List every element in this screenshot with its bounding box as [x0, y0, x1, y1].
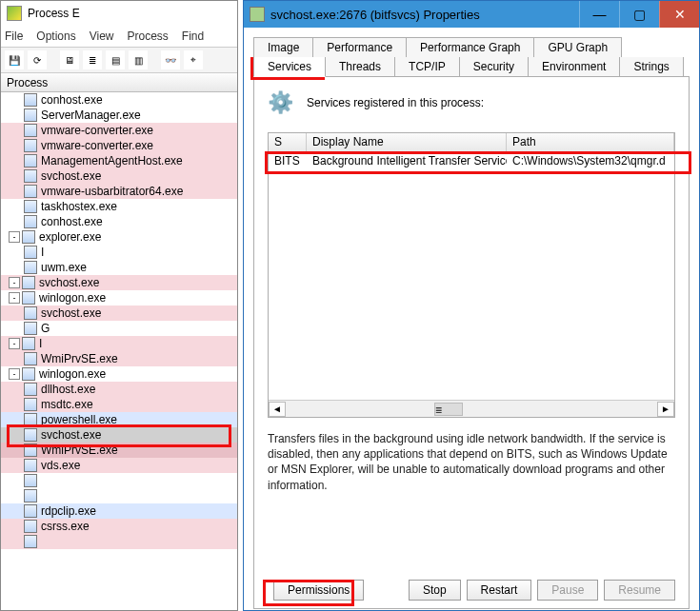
tab-performance[interactable]: Performance: [312, 37, 407, 57]
col-service[interactable]: S: [269, 133, 307, 151]
target-icon[interactable]: ⌖: [184, 50, 203, 69]
process-row[interactable]: WmiPrvSE.exe: [1, 351, 237, 366]
service-description: Transfers files in the background using …: [268, 431, 675, 493]
process-row[interactable]: svchost.exe: [1, 427, 237, 443]
collapse-icon[interactable]: -: [9, 338, 20, 349]
scroll-right-button[interactable]: ►: [657, 402, 674, 417]
process-row[interactable]: -svchost.exe: [1, 275, 237, 290]
tab-image[interactable]: Image: [253, 37, 313, 57]
refresh-icon[interactable]: ⟳: [28, 50, 47, 69]
process-row[interactable]: -explorer.exe: [1, 229, 237, 245]
col-displayname[interactable]: Display Name: [307, 133, 507, 151]
scroll-left-button[interactable]: ◄: [269, 402, 286, 417]
process-name: WmiPrvSE.exe: [41, 443, 118, 457]
tab-gpu-graph[interactable]: GPU Graph: [533, 37, 622, 57]
menu-options[interactable]: Options: [36, 30, 75, 43]
services-list[interactable]: S Display Name Path BITS Background Inte…: [268, 132, 675, 418]
scroll-track[interactable]: ≡: [286, 402, 657, 417]
process-row[interactable]: uwm.exe: [1, 260, 237, 275]
process-row[interactable]: [1, 534, 237, 549]
process-row[interactable]: vmware-converter.exe: [1, 138, 237, 153]
tab-security[interactable]: Security: [459, 57, 529, 76]
stack-icon[interactable]: ▥: [129, 50, 148, 69]
col-path[interactable]: Path: [507, 133, 674, 151]
process-row[interactable]: [1, 473, 237, 488]
process-icon: [24, 261, 37, 274]
tab-tcpip[interactable]: TCP/IP: [394, 57, 460, 76]
process-row[interactable]: svchost.exe: [1, 168, 237, 184]
process-row[interactable]: vmware-usbarbitrator64.exe: [1, 184, 237, 199]
gear-icon: ⚙️: [268, 90, 293, 115]
process-row[interactable]: G: [1, 321, 237, 336]
process-row[interactable]: vmware-converter.exe: [1, 123, 237, 138]
graph-icon[interactable]: ▤: [106, 50, 125, 69]
dialog-buttons: Permissions Stop Restart Pause Resume: [268, 580, 675, 601]
minimize-button[interactable]: —: [579, 1, 619, 28]
system-icon[interactable]: 🖥: [60, 50, 79, 69]
process-name: uwm.exe: [41, 261, 87, 274]
restart-button[interactable]: Restart: [467, 580, 532, 601]
close-button[interactable]: ✕: [659, 1, 699, 28]
process-name: vmware-converter.exe: [41, 124, 153, 137]
process-icon: [24, 443, 37, 457]
process-name: dllhost.exe: [41, 383, 95, 396]
pause-button[interactable]: Pause: [537, 580, 598, 601]
maximize-button[interactable]: ▢: [619, 1, 659, 28]
pe-titlebar[interactable]: Process E: [1, 1, 237, 26]
process-row[interactable]: conhost.exe: [1, 214, 237, 229]
cell-displayname: Background Intelligent Transfer Service: [307, 154, 507, 168]
process-row[interactable]: ManagementAgentHost.exe: [1, 153, 237, 168]
collapse-icon[interactable]: -: [9, 292, 20, 304]
process-row[interactable]: ServerManager.exe: [1, 108, 237, 123]
process-icon: [24, 398, 37, 411]
process-explorer-window: Process E File Options View Process Find…: [0, 0, 238, 611]
find-icon[interactable]: 👓: [161, 50, 180, 69]
process-row[interactable]: WmiPrvSE.exe: [1, 443, 237, 458]
process-row[interactable]: dllhost.exe: [1, 382, 237, 397]
process-row[interactable]: -I: [1, 336, 237, 351]
scroll-thumb[interactable]: ≡: [434, 403, 463, 416]
process-name: winlogon.exe: [39, 291, 106, 305]
process-row[interactable]: [1, 488, 237, 503]
tab-environment[interactable]: Environment: [528, 57, 620, 76]
process-row[interactable]: powershell.exe: [1, 412, 237, 427]
dialog-titlebar[interactable]: svchost.exe:2676 (bitfsvcs) Properties —…: [244, 1, 699, 28]
process-row[interactable]: rdpclip.exe: [1, 503, 237, 519]
process-row[interactable]: taskhostex.exe: [1, 199, 237, 214]
menu-find[interactable]: Find: [182, 30, 204, 43]
tab-strings[interactable]: Strings: [619, 57, 683, 76]
process-row[interactable]: I: [1, 245, 237, 260]
process-tree[interactable]: conhost.exeServerManager.exevmware-conve…: [1, 92, 237, 610]
cell-service: BITS: [269, 154, 307, 168]
stop-button[interactable]: Stop: [409, 580, 461, 601]
process-icon: [24, 185, 37, 198]
permissions-button[interactable]: Permissions: [273, 580, 364, 601]
collapse-icon[interactable]: -: [9, 231, 20, 243]
menu-view[interactable]: View: [90, 30, 114, 43]
tab-services[interactable]: Services: [253, 57, 326, 77]
process-row[interactable]: -winlogon.exe: [1, 290, 237, 306]
process-row[interactable]: svchost.exe: [1, 306, 237, 321]
services-hscrollbar[interactable]: ◄ ≡ ►: [269, 400, 674, 417]
service-row-bits[interactable]: BITS Background Intelligent Transfer Ser…: [269, 152, 674, 169]
process-icon: [24, 93, 37, 107]
save-icon[interactable]: 💾: [5, 50, 24, 69]
tab-performance-graph[interactable]: Performance Graph: [406, 37, 534, 57]
tree-icon[interactable]: ≣: [83, 50, 102, 69]
process-row[interactable]: csrss.exe: [1, 519, 237, 534]
process-row[interactable]: vds.exe: [1, 458, 237, 473]
collapse-icon[interactable]: -: [9, 277, 20, 288]
pe-toolbar: 💾 ⟳ 🖥 ≣ ▤ ▥ 👓 ⌖: [1, 47, 237, 73]
tab-threads[interactable]: Threads: [325, 57, 395, 76]
collapse-icon[interactable]: -: [9, 368, 20, 380]
resume-button[interactable]: Resume: [604, 580, 675, 601]
process-name: I: [41, 246, 44, 259]
process-row[interactable]: conhost.exe: [1, 92, 237, 108]
process-row[interactable]: msdtc.exe: [1, 397, 237, 412]
process-row[interactable]: -winlogon.exe: [1, 366, 237, 382]
process-name: conhost.exe: [41, 215, 103, 228]
menu-file[interactable]: File: [5, 30, 23, 43]
menu-process[interactable]: Process: [128, 30, 169, 43]
process-column-header[interactable]: Process: [1, 73, 237, 92]
process-name: vds.exe: [41, 459, 80, 472]
